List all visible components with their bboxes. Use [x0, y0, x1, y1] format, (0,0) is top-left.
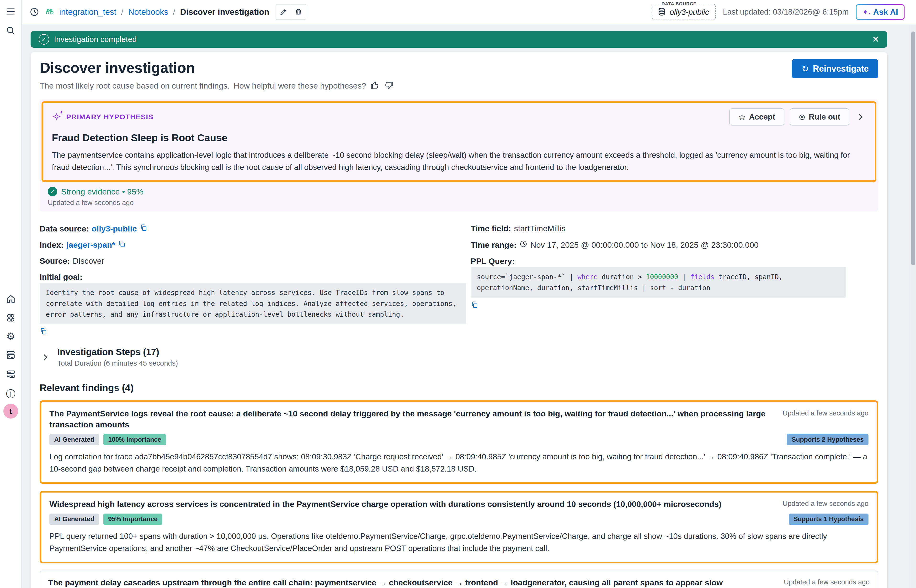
reinvestigate-button[interactable]: ↻ Reinvestigate: [792, 59, 878, 78]
initial-goal-label: Initial goal:: [40, 272, 83, 282]
sparkle-icon: ✦˖: [862, 8, 871, 16]
thumbs-up-icon[interactable]: [370, 81, 380, 91]
delete-trash-icon[interactable]: [291, 5, 306, 19]
copy-icon[interactable]: [40, 328, 471, 336]
supports-hypotheses-badge: Supports 2 Hypotheses: [787, 434, 869, 445]
time-field-label: Time field:: [471, 224, 511, 233]
history-icon[interactable]: [29, 6, 40, 18]
breadcrumb: integration_test / Notebooks / Discover …: [29, 6, 269, 18]
hypothesis-title: Fraud Detection Sleep is Root Cause: [52, 132, 866, 144]
dev-tools-icon[interactable]: [5, 349, 16, 361]
ppl-query-label: PPL Query:: [471, 257, 515, 266]
breadcrumb-separator: /: [121, 7, 123, 17]
finding-card: Widespread high latency across services …: [40, 491, 878, 563]
banner-text: Investigation completed: [54, 35, 137, 44]
success-banner: ✓ Investigation completed ✕: [31, 31, 887, 48]
card-header: Discover investigation The most likely r…: [40, 59, 878, 91]
accept-button[interactable]: ☆ Accept: [729, 108, 785, 126]
top-header: integration_test / Notebooks / Discover …: [22, 0, 916, 24]
search-icon[interactable]: [5, 25, 16, 36]
binoculars-icon: [45, 6, 55, 18]
ask-ai-button[interactable]: ✦˖ Ask AI: [856, 4, 905, 20]
finding-title: Widespread high latency across services …: [49, 499, 768, 510]
relevant-findings-heading: Relevant findings (4): [40, 383, 878, 393]
breadcrumb-notebooks[interactable]: Notebooks: [128, 7, 168, 17]
time-range-label: Time range:: [471, 240, 516, 250]
home-icon[interactable]: [5, 293, 16, 305]
data-source-selector[interactable]: DATA SOURCE olly3-public: [652, 4, 716, 20]
finding-updated: Updated a few seconds ago: [783, 499, 869, 507]
refresh-icon: ↻: [801, 63, 809, 74]
ai-sparkles-icon: ✧✦: [52, 111, 61, 123]
apps-icon[interactable]: [5, 312, 16, 324]
title-action-group: [275, 4, 306, 20]
add-panel-icon[interactable]: [5, 368, 16, 380]
page-subtitle: The most likely root cause based on curr…: [40, 81, 230, 90]
vertical-scrollbar[interactable]: [910, 25, 916, 588]
settings-gear-icon[interactable]: ⚙: [5, 331, 16, 342]
copy-icon[interactable]: [140, 224, 147, 233]
app-root: ⚙ ⓘ t integration_test / Notebooks / Dis…: [0, 0, 916, 588]
chevron-right-icon[interactable]: [40, 352, 51, 363]
copy-icon[interactable]: [118, 240, 126, 250]
edit-pencil-icon[interactable]: [276, 5, 291, 19]
finding-body: PPL query returned 100+ spans with durat…: [49, 530, 869, 554]
user-avatar[interactable]: t: [3, 404, 18, 418]
investigation-steps-title[interactable]: Investigation Steps (17): [57, 347, 178, 357]
header-right: DATA SOURCE olly3-public Last updated: 0…: [652, 4, 905, 20]
investigation-steps-accordion: Investigation Steps (17) Total Duration …: [40, 347, 878, 367]
finding-title: The payment delay cascades upstream thro…: [48, 577, 769, 588]
investigation-card: Discover investigation The most likely r…: [31, 52, 887, 588]
rule-out-button[interactable]: ⊗ Rule out: [790, 108, 850, 126]
data-source-value: olly3-public: [670, 8, 709, 17]
clock-icon: [519, 240, 528, 250]
source-field-label: Source:: [40, 256, 70, 266]
feedback-question: How helpful were these hypotheses?: [233, 81, 366, 90]
main-content: ✓ Investigation completed ✕ Discover inv…: [22, 24, 916, 588]
scrollbar-thumb[interactable]: [911, 31, 915, 265]
info-icon[interactable]: ⓘ: [5, 388, 16, 399]
source-value: Discover: [73, 256, 104, 266]
star-icon: ☆: [738, 112, 746, 122]
hypothesis-label: PRIMARY HYPOTHESIS: [66, 113, 153, 121]
metadata-right-column: Time field: startTimeMillis Time range: …: [471, 224, 878, 336]
page-title: Discover investigation: [40, 59, 395, 76]
finding-card: The PaymentService logs reveal the root …: [40, 401, 878, 484]
investigation-steps-duration: Total Duration (6 minutes 45 seconds): [57, 359, 178, 367]
time-field-value: startTimeMillis: [514, 224, 565, 233]
metadata-left-column: Data source: olly3-public Index: jaeger-…: [40, 224, 471, 336]
time-range-value: Nov 17, 2025 @ 00:00:00.000 to Nov 18, 2…: [530, 240, 759, 250]
check-circle-icon: ✓: [39, 34, 49, 45]
finding-title: The PaymentService logs reveal the root …: [49, 408, 768, 430]
ppl-query-code: source=`jaeger-span-*` | where duration …: [471, 267, 846, 297]
finding-body: Log correlation for trace ada7bb45e94b04…: [49, 451, 869, 475]
importance-badge: 100% Importance: [104, 434, 166, 445]
data-source-link[interactable]: olly3-public: [92, 224, 137, 233]
left-nav-rail: ⚙ ⓘ t: [0, 0, 22, 588]
primary-hypothesis-box: ✧✦ PRIMARY HYPOTHESIS ☆ Accept ⊗ Rule ou…: [42, 102, 876, 182]
finding-updated: Updated a few seconds ago: [783, 408, 869, 417]
importance-badge: 95% Importance: [104, 514, 162, 525]
data-source-label: DATA SOURCE: [659, 1, 699, 6]
hypothesis-body: The paymentservice contains application-…: [52, 149, 866, 173]
last-updated-text: Last updated: 03/18/2026@ 6:15pm: [723, 7, 849, 16]
menu-icon[interactable]: [5, 6, 16, 17]
metadata-grid: Data source: olly3-public Index: jaeger-…: [40, 224, 878, 336]
thumbs-down-icon[interactable]: [384, 81, 395, 91]
ask-ai-label: Ask AI: [873, 7, 898, 17]
primary-hypothesis-section: ✧✦ PRIMARY HYPOTHESIS ☆ Accept ⊗ Rule ou…: [40, 100, 878, 212]
copy-icon[interactable]: [471, 301, 878, 310]
index-link[interactable]: jaeger-span*: [66, 240, 115, 250]
close-icon[interactable]: ✕: [872, 34, 879, 44]
breadcrumb-current: Discover investigation: [180, 7, 269, 17]
evidence-strength: ✓ Strong evidence • 95%: [48, 187, 876, 196]
database-icon: [657, 7, 666, 17]
chevron-right-icon[interactable]: [855, 111, 866, 123]
data-source-field-label: Data source:: [40, 224, 89, 233]
index-field-label: Index:: [40, 240, 63, 250]
finding-updated: Updated a few seconds ago: [784, 577, 870, 586]
breadcrumb-workspace[interactable]: integration_test: [59, 7, 116, 17]
ai-generated-badge: AI Generated: [49, 434, 99, 445]
breadcrumb-separator: /: [173, 7, 175, 17]
finding-card: The payment delay cascades upstream thro…: [40, 570, 878, 588]
